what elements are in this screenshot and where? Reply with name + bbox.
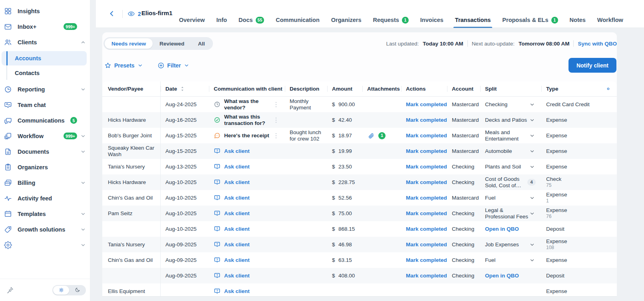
chevron-down-icon[interactable] [529, 102, 535, 107]
chevron-down-icon[interactable] [529, 195, 535, 201]
paperclip-icon[interactable] [368, 133, 374, 139]
sidebar-item-organizers[interactable]: Organizers [0, 159, 90, 175]
open-in-qbo-link[interactable]: Open in QBO [485, 226, 519, 232]
table-settings-gear-icon[interactable] [594, 81, 617, 96]
kebab-menu-icon[interactable] [273, 116, 279, 124]
sidebar-item-templates[interactable]: Templates [0, 206, 90, 222]
split-cell[interactable]: Legal & Professional Fees [480, 206, 541, 221]
column-header-account: Account [447, 81, 480, 96]
ask-client-link[interactable]: Ask client [224, 257, 250, 263]
tab-communication[interactable]: Communication [276, 12, 320, 28]
tab-info[interactable]: Info [217, 12, 227, 28]
split-cell[interactable]: Job Expenses [480, 237, 541, 252]
sidebar-item-clients[interactable]: Clients [0, 34, 90, 50]
theme-toggle[interactable] [52, 285, 86, 295]
svg-text:?: ? [216, 211, 218, 215]
ask-client-link[interactable]: Ask client [224, 288, 250, 295]
ask-client-link[interactable]: Ask client [224, 273, 250, 279]
filter-button[interactable]: Filter [157, 62, 189, 69]
chevron-down-icon[interactable] [529, 117, 535, 123]
sidebar-item-billing[interactable]: Billing [0, 175, 90, 190]
back-chevron-icon[interactable] [108, 10, 117, 18]
split-cell[interactable]: Decks and Patios [480, 112, 541, 128]
split-count-badge[interactable]: 4 [527, 179, 536, 186]
view-tab-reviewed[interactable]: Reviewed [153, 38, 191, 49]
view-tab-all[interactable]: All [191, 38, 212, 49]
presets-button[interactable]: Presets [104, 62, 143, 69]
chevron-up-icon [80, 39, 87, 46]
mark-completed-link[interactable]: Mark completed [406, 210, 447, 217]
view-tab-needs-review[interactable]: Needs review [105, 38, 153, 49]
mark-completed-link[interactable]: Mark completed [406, 133, 447, 139]
sync-with-qbo-link[interactable]: Sync with QBO [578, 41, 617, 47]
sort-icon[interactable] [179, 86, 185, 92]
sidebar-item-settings[interactable]: Settings [0, 237, 90, 253]
column-header-split: Split [480, 81, 541, 96]
chevron-down-icon[interactable] [529, 133, 535, 139]
split-cell[interactable]: Plants and Soil [480, 159, 541, 174]
description-cell [285, 174, 327, 190]
sidebar-item-communications[interactable]: Communications 5 [0, 113, 90, 128]
mark-completed-link[interactable]: Mark completed [406, 273, 447, 279]
sidebar-item-growth-solutions[interactable]: Growth solutions [0, 222, 90, 237]
sidebar-item-insights[interactable]: Insights [0, 3, 90, 19]
column-header-date[interactable]: Date [161, 81, 209, 96]
split-cell[interactable]: Checking [480, 97, 541, 112]
sidebar-item-accounts[interactable]: Accounts [2, 51, 87, 65]
tab-invoices[interactable]: Invoices [420, 12, 443, 28]
sidebar-item-contacts[interactable]: Contacts [2, 66, 87, 80]
split-cell[interactable]: Meals and Entertainment [480, 128, 541, 143]
mark-completed-link[interactable]: Mark completed [406, 179, 447, 186]
chevron-down-icon[interactable] [529, 211, 535, 216]
account-cell: Checking [447, 206, 480, 221]
sidebar-item-team-chat[interactable]: Team chat [0, 97, 90, 113]
open-in-qbo-link[interactable]: Open in QBO [485, 273, 519, 279]
dark-mode-moon-icon[interactable] [69, 286, 85, 295]
sidebar-item-documents[interactable]: Documents [0, 144, 90, 159]
chevron-down-icon[interactable] [529, 257, 535, 263]
mark-completed-link[interactable]: Mark completed [406, 226, 447, 232]
split-cell[interactable]: Fuel [480, 252, 541, 268]
ask-client-link[interactable]: Ask client [224, 148, 250, 154]
watchers[interactable]: 2 [127, 10, 141, 18]
mark-completed-link[interactable]: Mark completed [406, 242, 447, 248]
tab-notes[interactable]: Notes [570, 12, 586, 28]
mark-completed-link[interactable]: Mark completed [406, 148, 447, 154]
ask-client-link[interactable]: Ask client [224, 226, 250, 232]
chevron-down-icon[interactable] [529, 149, 535, 154]
ask-client-link[interactable]: Ask client [224, 210, 250, 217]
mark-completed-link[interactable]: Mark completed [406, 195, 447, 201]
ask-client-link[interactable]: Ask client [224, 179, 250, 186]
mark-completed-link[interactable]: Mark completed [406, 257, 447, 263]
ask-client-link[interactable]: Ask client [224, 164, 250, 170]
chevron-down-icon[interactable] [529, 242, 535, 248]
sidebar-item-activity-feed[interactable]: Activity feed [0, 190, 90, 206]
tab-workflow[interactable]: Workflow [597, 12, 623, 28]
tab-overview[interactable]: Overview [179, 12, 205, 28]
scrollbar-track[interactable] [102, 296, 617, 301]
pin-icon[interactable] [6, 286, 14, 295]
notify-client-button[interactable]: Notify client [568, 58, 616, 73]
split-cell[interactable]: Cost of Goods Sold, Cost of…4 [480, 174, 541, 190]
kebab-menu-icon[interactable] [273, 101, 279, 109]
split-cell[interactable]: Fuel [480, 190, 541, 206]
description-cell: Monthly Payment [285, 97, 327, 112]
ask-client-link[interactable]: Ask client [224, 242, 250, 248]
light-mode-sun-icon[interactable] [53, 286, 69, 295]
tab-transactions[interactable]: Transactions [455, 12, 491, 28]
sidebar-item-workflow[interactable]: Workflow 999+ [0, 128, 90, 144]
tab-docs[interactable]: Docs 55 [239, 12, 264, 28]
sidebar-item-inbox[interactable]: Inbox+ 999+ [0, 19, 90, 34]
chevron-down-icon[interactable] [529, 164, 535, 170]
attachments-cell [362, 268, 401, 283]
mark-completed-link[interactable]: Mark completed [406, 101, 447, 108]
tab-organizers[interactable]: Organizers [331, 12, 362, 28]
sidebar-item-reporting[interactable]: Reporting [0, 81, 90, 97]
mark-completed-link[interactable]: Mark completed [406, 164, 447, 170]
tab-requests[interactable]: Requests 1 [373, 12, 409, 28]
ask-client-link[interactable]: Ask client [224, 195, 250, 201]
mark-completed-link[interactable]: Mark completed [406, 117, 447, 123]
split-cell[interactable]: Automobile [480, 143, 541, 159]
kebab-menu-icon[interactable] [273, 132, 279, 140]
tab-proposals-els[interactable]: Proposals & ELs 1 [502, 12, 558, 28]
